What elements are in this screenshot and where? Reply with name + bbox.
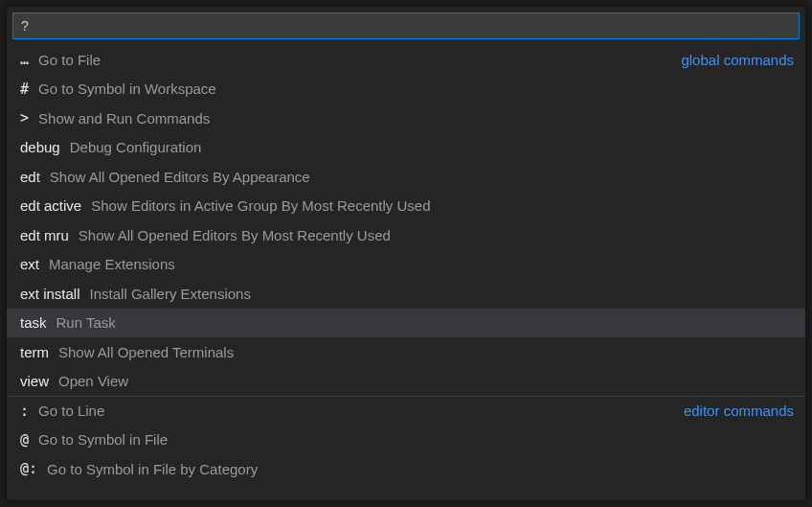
search-input-container xyxy=(7,7,805,39)
command-description: Show Editors in Active Group By Most Rec… xyxy=(91,197,430,214)
command-prefix: @: xyxy=(20,460,37,477)
command-row[interactable]: edt activeShow Editors in Active Group B… xyxy=(7,192,805,221)
group-label: global commands xyxy=(681,52,794,68)
command-prefix: > xyxy=(20,109,29,127)
command-description: Show and Run Commands xyxy=(38,110,210,127)
command-description: Go to Symbol in File by Category xyxy=(47,461,258,477)
command-description: Show All Opened Editors By Appearance xyxy=(50,169,310,185)
command-prefix: : xyxy=(20,403,29,420)
command-prefix: edt active xyxy=(20,197,81,214)
command-row[interactable]: debugDebug Configuration xyxy=(7,133,805,163)
command-row[interactable]: :Go to Lineeditor commands xyxy=(7,396,805,426)
command-row[interactable]: edt mruShow All Opened Editors By Most R… xyxy=(7,220,805,250)
command-prefix: ext install xyxy=(20,286,80,302)
command-prefix: debug xyxy=(20,139,60,155)
command-description: Go to Line xyxy=(38,403,104,419)
command-description: Run Task xyxy=(56,314,116,331)
command-row[interactable]: >Show and Run Commands xyxy=(7,104,805,133)
command-row[interactable]: edtShow All Opened Editors By Appearance xyxy=(7,162,805,192)
command-row[interactable]: @Go to Symbol in File xyxy=(7,426,805,455)
command-description: Go to File xyxy=(38,52,101,68)
command-description: Show All Opened Editors By Most Recently… xyxy=(79,227,391,243)
command-prefix: term xyxy=(20,344,49,360)
command-description: Install Gallery Extensions xyxy=(90,286,251,302)
command-prefix: edt mru xyxy=(20,227,69,243)
command-description: Show All Opened Terminals xyxy=(58,344,234,360)
command-row[interactable]: #Go to Symbol in Workspace xyxy=(7,75,805,104)
command-prefix: @ xyxy=(20,431,29,449)
command-list: …Go to Fileglobal commands#Go to Symbol … xyxy=(7,39,805,500)
command-prefix: view xyxy=(20,373,49,389)
command-prefix: … xyxy=(20,51,29,68)
command-row[interactable]: termShow All Opened Terminals xyxy=(7,337,805,367)
command-description: Go to Symbol in File xyxy=(38,431,168,448)
command-prefix: edt xyxy=(20,169,40,185)
command-prefix: ext xyxy=(20,256,39,272)
group-label: editor commands xyxy=(684,403,794,419)
command-row[interactable]: viewOpen View xyxy=(7,367,805,397)
command-row[interactable]: taskRun Task xyxy=(7,309,805,338)
command-description: Debug Configuration xyxy=(70,139,202,155)
command-description: Manage Extensions xyxy=(49,256,175,272)
command-row[interactable]: @:Go to Symbol in File by Category xyxy=(7,454,805,484)
command-description: Open View xyxy=(58,373,128,389)
command-row[interactable]: …Go to Fileglobal commands xyxy=(7,45,805,75)
command-prefix: # xyxy=(20,81,29,98)
command-description: Go to Symbol in Workspace xyxy=(38,81,216,97)
search-input[interactable] xyxy=(12,12,800,39)
command-prefix: task xyxy=(20,314,47,331)
command-row[interactable]: extManage Extensions xyxy=(7,250,805,280)
command-row[interactable]: ext installInstall Gallery Extensions xyxy=(7,279,805,309)
quick-input-widget: …Go to Fileglobal commands#Go to Symbol … xyxy=(6,6,806,501)
